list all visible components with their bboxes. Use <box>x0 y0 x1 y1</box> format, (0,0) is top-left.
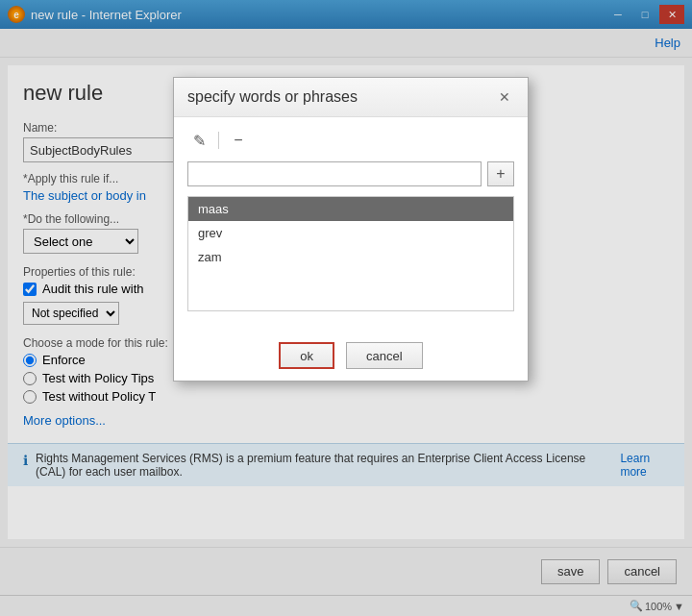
add-phrase-button[interactable]: + <box>487 161 514 186</box>
modal-header: specify words or phrases ✕ <box>174 78 528 117</box>
minus-icon-button[interactable]: − <box>227 129 250 152</box>
modal-footer: ok cancel <box>174 334 528 381</box>
plus-icon: + <box>496 165 505 183</box>
modal-dialog: specify words or phrases ✕ ✎ − + maasgre… <box>173 77 529 382</box>
modal-list[interactable]: maasgrevzam <box>187 196 514 311</box>
modal-title: specify words or phrases <box>187 88 358 106</box>
modal-toolbar: ✎ − <box>187 129 514 152</box>
modal-close-button[interactable]: ✕ <box>495 87 514 107</box>
list-item[interactable]: zam <box>188 245 513 269</box>
pencil-icon: ✎ <box>193 132 206 150</box>
list-item[interactable]: grev <box>188 221 513 245</box>
modal-input-row: + <box>187 161 514 186</box>
pencil-icon-button[interactable]: ✎ <box>187 129 210 152</box>
modal-body: ✎ − + maasgrevzam <box>174 117 528 334</box>
modal-cancel-button[interactable]: cancel <box>346 342 423 369</box>
modal-ok-button[interactable]: ok <box>279 342 334 369</box>
list-item[interactable]: maas <box>188 197 513 221</box>
toolbar-separator <box>218 132 219 149</box>
word-phrase-input[interactable] <box>187 161 482 186</box>
minus-icon: − <box>234 132 242 149</box>
